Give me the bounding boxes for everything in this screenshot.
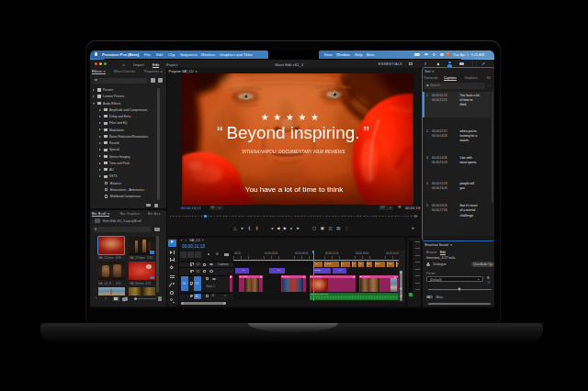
- svg-text:★ ★ ★ ★ ★: ★ ★ ★ ★ ★: [261, 112, 320, 122]
- svg-text:TATIANA NAPOLI, DOCUMENTARY FI: TATIANA NAPOLI, DOCUMENTARY FILM REVIEWS: [242, 150, 345, 154]
- svg-text:You have a lot of time to thin: You have a lot of time to think: [245, 185, 344, 194]
- svg-text:“ Beyond inspiring. ”: “ Beyond inspiring. ”: [217, 123, 368, 142]
